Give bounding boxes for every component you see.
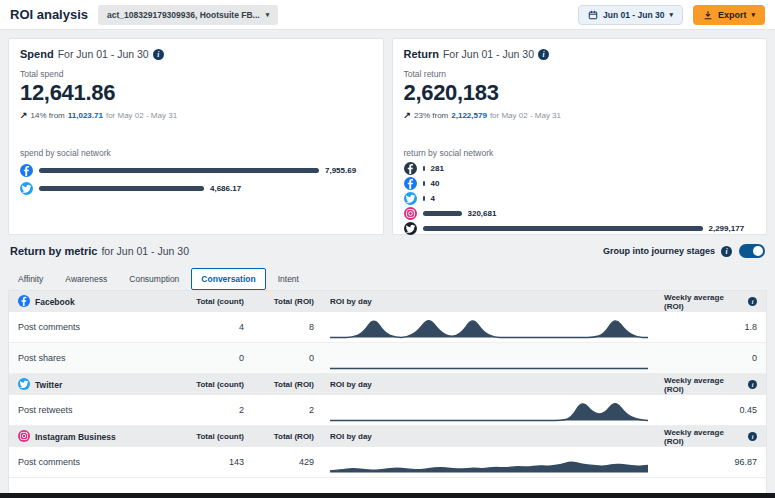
calendar-icon (588, 10, 598, 20)
tab-intent[interactable]: Intent (268, 268, 309, 290)
trend-up-icon: ↗ (404, 110, 412, 120)
bar (39, 186, 204, 191)
column-weekly-average: Weekly average (ROI) (664, 428, 757, 446)
metric-name: Post comments (18, 322, 168, 332)
network-group-header: Facebook Total (count) Total (ROI) ROI b… (9, 291, 766, 312)
roi-by-day-sparkline (314, 315, 664, 339)
total-spend-value: 12,641.86 (20, 80, 372, 106)
network-bar-facebook: 7,955.69 (20, 164, 372, 176)
page-title: ROI analysis (10, 7, 88, 22)
network-name: Twitter (35, 380, 62, 390)
network-bar-facebook-dark: 281 (404, 162, 756, 174)
spend-card-header: Spend For Jun 01 - Jun 30 (20, 48, 372, 60)
tab-affinity[interactable]: Affinity (8, 268, 53, 290)
metric-total-count: 2 (168, 405, 244, 415)
network-name: Instagram Business (35, 432, 116, 442)
bar-value: 40 (431, 179, 440, 188)
return-by-metric-header: Return by metric for Jun 01 - Jun 30 Gro… (0, 235, 775, 264)
facebook-icon (20, 164, 33, 177)
spend-card-period: For Jun 01 - Jun 30 (58, 48, 149, 60)
network-bar-twitter-dark: 2,299,177 (404, 222, 756, 234)
metric-total-count: 4 (168, 322, 244, 332)
column-weekly-average: Weekly average (ROI) (664, 376, 757, 394)
metric-weekly-average: 0.45 (664, 405, 757, 415)
chevron-down-icon: ▾ (751, 11, 755, 18)
metric-total-roi: 0 (244, 353, 314, 363)
column-total-roi: Total (ROI) (244, 380, 314, 389)
tab-awareness[interactable]: Awareness (55, 268, 117, 290)
instagram-icon (404, 207, 417, 220)
info-icon[interactable] (748, 297, 757, 306)
network-group-name: Twitter (18, 378, 168, 392)
journey-stages-toggle[interactable] (739, 244, 765, 258)
spend-card: Spend For Jun 01 - Jun 30 Total spend 12… (8, 38, 384, 235)
metric-name: Post retweets (18, 405, 168, 415)
facebook-icon (18, 295, 30, 307)
journey-stages-label: Group into journey stages (603, 246, 715, 256)
metric-row: Post comments 4 8 1.8 (9, 312, 766, 343)
info-icon[interactable] (748, 432, 757, 441)
return-previous-link[interactable]: 2,122,579 (451, 111, 487, 120)
column-weekly-average-label: Weekly average (ROI) (664, 428, 745, 446)
return-card: Return For Jun 01 - Jun 30 Total return … (392, 38, 768, 235)
chevron-down-icon: ▾ (266, 11, 270, 18)
column-total-roi: Total (ROI) (244, 432, 314, 441)
twitter-icon (18, 378, 30, 390)
instagram-icon (18, 430, 30, 442)
metric-row: Post comments 143 429 96.87 (9, 447, 766, 478)
download-icon (703, 10, 713, 20)
info-icon[interactable] (748, 380, 757, 389)
facebook-dark-icon (404, 162, 417, 175)
metrics-table: Facebook Total (count) Total (ROI) ROI b… (8, 290, 767, 498)
return-by-metric-section: Return by metric for Jun 01 - Jun 30 Gro… (0, 235, 775, 498)
network-bar-twitter: 4,686.17 (20, 182, 372, 194)
return-by-metric-title: Return by metric (10, 245, 97, 257)
date-range-button[interactable]: Jun 01 - Jun 30 ▾ (578, 5, 683, 25)
roi-analysis-dashboard: ROI analysis act_108329179309936, Hootsu… (0, 0, 775, 498)
tab-consumption[interactable]: Consumption (119, 268, 189, 290)
spend-previous-link[interactable]: 11,023.71 (68, 111, 103, 120)
column-total-count: Total (count) (168, 432, 244, 441)
facebook-icon (404, 177, 417, 190)
roi-by-day-sparkline (314, 450, 664, 474)
return-network-bars: 281404320,6812,299,177 (404, 162, 756, 234)
column-weekly-average: Weekly average (ROI) (664, 293, 757, 311)
column-total-count: Total (count) (168, 380, 244, 389)
metric-weekly-average: 0 (664, 353, 757, 363)
bar (423, 166, 425, 171)
return-card-period: For Jun 01 - Jun 30 (443, 48, 534, 60)
metric-total-count: 0 (168, 353, 244, 363)
network-group-name: Facebook (18, 295, 168, 309)
bar-value: 2,299,177 (709, 224, 745, 233)
bar-value: 4 (431, 194, 435, 203)
return-breakdown: return by social network 281404320,6812,… (404, 148, 756, 234)
total-return-value: 2,620,183 (404, 80, 756, 106)
export-button[interactable]: Export ▾ (693, 5, 765, 25)
bar-value: 320,681 (468, 209, 497, 218)
column-total-count: Total (count) (168, 297, 244, 306)
spend-previous-period: for May 02 - May 31 (106, 111, 177, 120)
export-label: Export (718, 10, 747, 20)
metric-row: Post retweets 2 2 0.45 (9, 395, 766, 426)
column-weekly-average-label: Weekly average (ROI) (664, 376, 745, 394)
column-roi-by-day: ROI by day (314, 297, 664, 306)
bar (423, 226, 703, 231)
return-change-line: ↗ 23% from 2,122,579 for May 02 - May 31 (404, 110, 756, 120)
account-dropdown[interactable]: act_108329179309936, Hootsuite FB... ▾ (98, 5, 278, 25)
metric-total-roi: 8 (244, 322, 314, 332)
info-icon[interactable] (538, 49, 549, 60)
tab-conversation[interactable]: Conversation (191, 268, 265, 290)
metric-row: Post shares 0 0 0 (9, 343, 766, 374)
spend-network-bars: 7,955.694,686.17 (20, 164, 372, 194)
twitter-dark-icon (404, 222, 417, 235)
bar-value: 4,686.17 (210, 184, 241, 193)
bar (423, 181, 425, 186)
return-card-header: Return For Jun 01 - Jun 30 (404, 48, 756, 60)
info-icon[interactable] (153, 49, 164, 60)
top-bar: ROI analysis act_108329179309936, Hootsu… (0, 0, 775, 30)
info-icon[interactable] (721, 246, 732, 257)
network-name: Facebook (35, 297, 75, 307)
trend-up-icon: ↗ (20, 110, 28, 120)
metric-weekly-average: 96.87 (664, 457, 757, 467)
column-roi-by-day: ROI by day (314, 380, 664, 389)
